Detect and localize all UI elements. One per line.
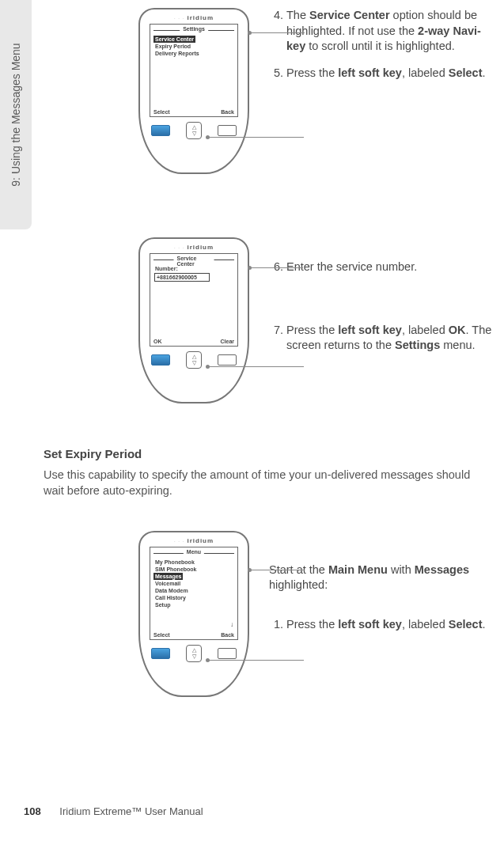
phone-screen: Settings Service Center Expiry Period De… — [150, 24, 238, 117]
chapter-label: 9: Using the Messages Menu — [9, 43, 22, 186]
right-soft-key — [218, 125, 237, 136]
instructions-block-2: 6. Enter the service number. 7. Press th… — [269, 237, 504, 365]
left-softkey-label: Select — [153, 632, 170, 638]
menu-item: My Phonebook — [154, 559, 233, 566]
phone-brand: · · · iridium — [140, 239, 248, 251]
phone-diagram-1: · · · iridium Settings Service Center Ex… — [138, 8, 249, 174]
step-text: Enter the service number. — [286, 259, 500, 275]
step-6: 6. Enter the service number. — [269, 259, 500, 275]
menu-item: Delivery Reports — [154, 50, 233, 57]
step-number: 5. — [269, 66, 283, 81]
step-number: 7. — [269, 323, 283, 354]
step-5: 5. Press the left soft key, labeled Sele… — [269, 66, 500, 81]
phone-body: · · · iridium Settings Service Center Ex… — [138, 8, 249, 174]
menu-item: Voicemail — [154, 580, 233, 587]
step-text: Start at the Main Menu with Messages hig… — [269, 563, 500, 593]
navi-key: △▽ — [186, 645, 202, 662]
left-soft-key — [151, 648, 170, 659]
step-intro: Start at the Main Menu with Messages hig… — [269, 563, 500, 593]
page-footer: 108 Iridium Extreme™ User Manual — [24, 805, 203, 817]
step-4: 4. The Service Center option should be h… — [269, 8, 500, 55]
step-7: 7. Press the left soft key, labeled OK. … — [269, 323, 500, 354]
phone-diagram-3: · · · iridium Menu My Phonebook SIM Phon… — [138, 531, 249, 697]
step-text: Press the left soft key, labeled OK. The… — [286, 323, 500, 354]
phone-body: · · · iridium Menu My Phonebook SIM Phon… — [138, 531, 249, 697]
right-softkey-label: Back — [221, 109, 234, 115]
instructions-block-1: 4. The Service Center option should be h… — [269, 8, 504, 92]
navi-key: △▽ — [186, 122, 202, 139]
menu-item: Expiry Period — [154, 43, 233, 50]
phone-brand: · · · iridium — [140, 9, 248, 21]
footer-title: Iridium Extreme™ User Manual — [59, 805, 203, 817]
instructions-block-3: Start at the Main Menu with Messages hig… — [269, 531, 504, 644]
left-soft-key — [151, 125, 170, 136]
phone-diagram-2: · · · iridium Service Center Number: +88… — [138, 237, 249, 403]
left-softkey-label: OK — [153, 339, 162, 344]
phone-screen: Menu My Phonebook SIM Phonebook Messages… — [150, 547, 238, 640]
page-number: 108 — [24, 805, 41, 817]
navi-key: △▽ — [186, 351, 202, 369]
phone-screen: Service Center Number: +881662900005 OK … — [150, 253, 238, 347]
menu-item: Call History — [154, 594, 233, 601]
menu-item: Setup — [154, 601, 233, 608]
menu-item-highlighted: Messages — [153, 573, 183, 580]
left-softkey-label: Select — [153, 109, 170, 115]
phone-body: · · · iridium Service Center Number: +88… — [138, 237, 249, 403]
screen-title: Menu — [184, 549, 204, 555]
right-softkey-label: Back — [221, 632, 234, 638]
screen-title: Service Center — [174, 256, 214, 267]
step-text: The Service Center option should be high… — [286, 8, 500, 55]
chapter-tab: 9: Using the Messages Menu — [0, 0, 32, 229]
step-1: 1. Press the left soft key, labeled Sele… — [269, 617, 500, 633]
right-soft-key — [218, 354, 237, 366]
phone-brand: · · · iridium — [140, 532, 248, 544]
left-soft-key — [151, 354, 170, 366]
step-number: 4. — [269, 8, 283, 55]
step-text: Press the left soft key, labeled Select. — [286, 617, 500, 633]
menu-item: Data Modem — [154, 587, 233, 594]
right-soft-key — [218, 648, 237, 659]
section-paragraph: Use this capability to specify the amoun… — [44, 467, 504, 499]
section-heading: Set Expiry Period — [44, 447, 504, 460]
right-softkey-label: Clear — [220, 339, 234, 344]
menu-item-highlighted: Service Center — [153, 36, 195, 43]
step-number: 1. — [269, 617, 283, 633]
scroll-down-icon: ↓ — [230, 621, 233, 628]
number-input: +881662900005 — [154, 273, 210, 282]
screen-title: Settings — [180, 26, 208, 32]
menu-item: SIM Phonebook — [154, 566, 233, 573]
step-text: Press the left soft key, labeled Select. — [286, 66, 500, 81]
